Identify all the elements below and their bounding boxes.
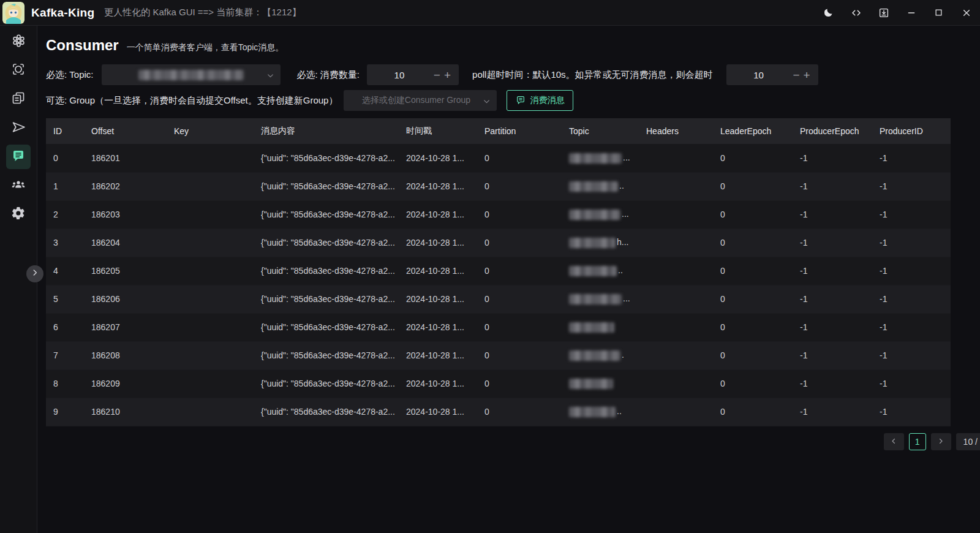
cell-message: {"uuid": "85d6a3ec-d39e-4278-a2... bbox=[254, 172, 399, 200]
cell-key bbox=[167, 172, 254, 200]
table-row[interactable]: 2186203{"uuid": "85d6a3ec-d39e-4278-a2..… bbox=[46, 200, 951, 229]
cell-message: {"uuid": "85d6a3ec-d39e-4278-a2... bbox=[254, 398, 399, 426]
cell-headers bbox=[639, 257, 713, 285]
table-row[interactable]: 1186202{"uuid": "85d6a3ec-d39e-4278-a2..… bbox=[46, 172, 951, 200]
sidebar-expand-button[interactable] bbox=[26, 265, 43, 282]
cell-key bbox=[167, 229, 254, 257]
pagination: 1 10 / page bbox=[46, 433, 980, 450]
page-size-select[interactable]: 10 / page bbox=[956, 433, 980, 450]
page-header: Consumer 一个简单消费者客户端，查看Topic消息。 bbox=[46, 37, 980, 55]
topic-suffix: ... bbox=[623, 293, 630, 303]
minus-button[interactable]: − bbox=[432, 69, 442, 81]
cell-leader-epoch: 0 bbox=[713, 257, 793, 285]
cell-producer-id: -1 bbox=[872, 229, 951, 257]
sidebar-item-producer[interactable] bbox=[6, 116, 31, 140]
table-row[interactable]: 4186205{"uuid": "85d6a3ec-d39e-4278-a2..… bbox=[46, 257, 951, 285]
redacted-topic-value bbox=[569, 379, 613, 389]
sidebar-item-consumer[interactable] bbox=[6, 145, 31, 169]
cell-topic bbox=[562, 313, 639, 341]
topic-suffix: h... bbox=[617, 237, 628, 247]
cell-partition: 0 bbox=[477, 144, 562, 172]
chevron-down-icon bbox=[483, 97, 491, 108]
chevron-left-icon bbox=[890, 436, 897, 447]
close-icon[interactable] bbox=[952, 0, 980, 25]
cell-offset: 186209 bbox=[84, 369, 167, 398]
cell-leader-epoch: 0 bbox=[713, 172, 793, 200]
page-size-value: 10 / page bbox=[963, 437, 980, 447]
table-row[interactable]: 9186210{"uuid": "85d6a3ec-d39e-4278-a2..… bbox=[46, 398, 951, 426]
cell-leader-epoch: 0 bbox=[713, 369, 793, 398]
cell-headers bbox=[639, 200, 713, 229]
consume-messages-button[interactable]: 消费消息 bbox=[507, 90, 573, 111]
qty-input[interactable]: 10 − + bbox=[367, 64, 459, 85]
minus-button[interactable]: − bbox=[791, 69, 801, 81]
sidebar-item-settings[interactable] bbox=[6, 202, 31, 227]
table-row[interactable]: 7186208{"uuid": "85d6a3ec-d39e-4278-a2..… bbox=[46, 341, 951, 369]
cell-timestamp: 2024-10-28 1... bbox=[399, 257, 477, 285]
table-row[interactable]: 0186201{"uuid": "85d6a3ec-d39e-4278-a2..… bbox=[46, 144, 951, 172]
minimize-icon[interactable] bbox=[897, 0, 925, 25]
cell-offset: 186204 bbox=[84, 229, 167, 257]
cell-producer-id: -1 bbox=[872, 285, 951, 313]
redacted-topic-value bbox=[569, 350, 620, 361]
column-header: Headers bbox=[639, 118, 713, 144]
cell-producer-id: -1 bbox=[872, 398, 951, 426]
plus-button[interactable]: + bbox=[801, 69, 812, 81]
page-subtitle: 一个简单消费者客户端，查看Topic消息。 bbox=[127, 42, 284, 53]
cell-id: 4 bbox=[46, 257, 84, 285]
cell-leader-epoch: 0 bbox=[713, 313, 793, 341]
cell-timestamp: 2024-10-28 1... bbox=[399, 144, 477, 172]
cell-message: {"uuid": "85d6a3ec-d39e-4278-a2... bbox=[254, 200, 399, 229]
column-header: Offset bbox=[84, 118, 167, 144]
redacted-topic-value bbox=[569, 210, 620, 220]
table-head-row: IDOffsetKey消息内容时间戳PartitionTopicHeadersL… bbox=[46, 118, 951, 144]
current-page-button[interactable]: 1 bbox=[909, 433, 926, 450]
consume-button-label: 消费消息 bbox=[530, 95, 564, 106]
messages-table: IDOffsetKey消息内容时间戳PartitionTopicHeadersL… bbox=[46, 118, 951, 426]
cell-message: {"uuid": "85d6a3ec-d39e-4278-a2... bbox=[254, 229, 399, 257]
plus-button[interactable]: + bbox=[442, 69, 453, 81]
cell-message: {"uuid": "85d6a3ec-d39e-4278-a2... bbox=[254, 257, 399, 285]
sidebar-item-topics[interactable] bbox=[6, 87, 31, 112]
column-header: Key bbox=[167, 118, 254, 144]
cell-topic: h... bbox=[562, 229, 639, 257]
group-select[interactable]: 选择或创建Consumer Group bbox=[344, 90, 497, 111]
cell-offset: 186210 bbox=[84, 398, 167, 426]
maximize-icon[interactable] bbox=[925, 0, 952, 25]
cell-timestamp: 2024-10-28 1... bbox=[399, 285, 477, 313]
redacted-topic-value bbox=[138, 70, 244, 80]
poll-timeout-input[interactable]: 10 − + bbox=[726, 64, 818, 85]
cell-timestamp: 2024-10-28 1... bbox=[399, 172, 477, 200]
table-row[interactable]: 3186204{"uuid": "85d6a3ec-d39e-4278-a2..… bbox=[46, 229, 951, 257]
prev-page-button[interactable] bbox=[884, 433, 904, 450]
table-row[interactable]: 5186206{"uuid": "85d6a3ec-d39e-4278-a2..… bbox=[46, 285, 951, 313]
group-label: 可选: Group（一旦选择，消费时会自动提交Offset。支持创建新Group… bbox=[46, 95, 337, 107]
cell-id: 1 bbox=[46, 172, 84, 200]
sidebar-item-monitor[interactable] bbox=[6, 58, 31, 83]
cell-topic: .. bbox=[562, 257, 639, 285]
devtools-code-icon[interactable] bbox=[842, 0, 870, 25]
cell-partition: 0 bbox=[477, 172, 562, 200]
cell-id: 8 bbox=[46, 369, 84, 398]
cell-timestamp: 2024-10-28 1... bbox=[399, 341, 477, 369]
theme-moon-icon[interactable] bbox=[815, 0, 842, 25]
topic-select[interactable] bbox=[102, 64, 281, 85]
settings-gear-icon bbox=[11, 206, 26, 223]
cell-message: {"uuid": "85d6a3ec-d39e-4278-a2... bbox=[254, 341, 399, 369]
table-row[interactable]: 8186209{"uuid": "85d6a3ec-d39e-4278-a2..… bbox=[46, 369, 951, 398]
cell-producer-epoch: -1 bbox=[793, 257, 872, 285]
consumer-form-row-1: 必选: Topic: 必选: 消费数量: 10 − + poll超时时间：默认1… bbox=[46, 64, 980, 85]
cell-headers bbox=[639, 369, 713, 398]
next-page-button[interactable] bbox=[931, 433, 951, 450]
table-row[interactable]: 6186207{"uuid": "85d6a3ec-d39e-4278-a2..… bbox=[46, 313, 951, 341]
cell-offset: 186205 bbox=[84, 257, 167, 285]
cell-key bbox=[167, 285, 254, 313]
import-download-icon[interactable] bbox=[870, 0, 897, 25]
cell-headers bbox=[639, 313, 713, 341]
cell-id: 0 bbox=[46, 144, 84, 172]
sidebar-item-cluster[interactable] bbox=[6, 29, 31, 54]
qty-label: 必选: 消费数量: bbox=[297, 69, 360, 81]
sidebar-item-groups[interactable] bbox=[6, 173, 31, 198]
cell-offset: 186202 bbox=[84, 172, 167, 200]
redacted-topic-value bbox=[569, 181, 618, 192]
